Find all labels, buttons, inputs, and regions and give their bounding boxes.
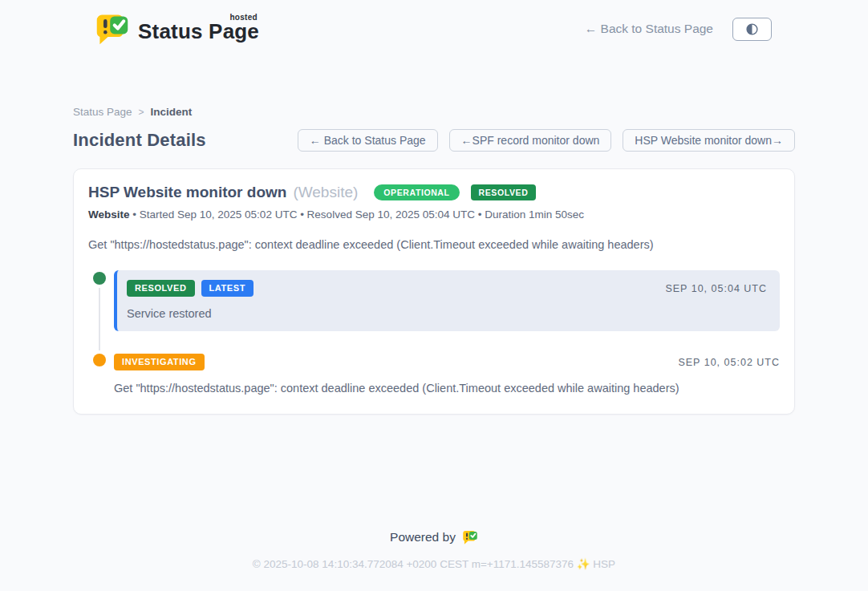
status-page-logo-icon <box>95 11 130 47</box>
theme-toggle-button[interactable] <box>732 18 772 41</box>
timeline-badge-latest: LATEST <box>201 280 254 297</box>
timeline-timestamp: SEP 10, 05:04 UTC <box>665 283 767 294</box>
incident-title: HSP Website monitor down <box>88 184 286 201</box>
powered-by-label: Powered by <box>390 530 456 544</box>
incident-meta-details: • Started Sep 10, 2025 05:02 UTC • Resol… <box>132 208 584 221</box>
breadcrumb-status-page[interactable]: Status Page <box>73 106 132 118</box>
brand-name: Status Page <box>138 19 259 44</box>
prev-incident-button[interactable]: ←SPF record monitor down <box>449 129 612 152</box>
timeline-timestamp: SEP 10, 05:02 UTC <box>678 357 780 368</box>
next-incident-button[interactable]: HSP Website monitor down→ <box>623 129 795 152</box>
timeline-dot-green <box>93 272 106 285</box>
incident-card: HSP Website monitor down (Website) OPERA… <box>73 168 795 415</box>
footer: Powered by © 2025-10-08 14:10:34.772084 … <box>0 513 868 591</box>
incident-meta: Website • Started Sep 10, 2025 05:02 UTC… <box>88 208 780 221</box>
incident-nav-buttons: ← Back to Status Page ←SPF record monito… <box>298 129 795 152</box>
page-title: Incident Details <box>73 130 206 151</box>
status-page-logo-icon-small <box>462 529 478 545</box>
back-to-status-page-link[interactable]: ← Back to Status Page <box>585 22 713 36</box>
back-to-status-page-button[interactable]: ← Back to Status Page <box>298 129 438 152</box>
timeline-latest-update-box: RESOLVED LATEST SEP 10, 05:04 UTC Servic… <box>114 270 780 331</box>
breadcrumb-incident: Incident <box>151 106 193 118</box>
circle-half-icon <box>745 22 759 36</box>
brand-logo[interactable]: hosted Status Page <box>95 11 259 47</box>
main-content: Status Page > Incident Incident Details … <box>73 106 795 415</box>
copyright-text: © 2025-10-08 14:10:34.772084 +0200 CEST … <box>0 557 868 570</box>
status-badge-resolved: RESOLVED <box>471 184 537 201</box>
status-badge-operational: OPERATIONAL <box>374 184 459 201</box>
timeline-badge-investigating: INVESTIGATING <box>114 354 205 370</box>
timeline-entry-resolved: RESOLVED LATEST SEP 10, 05:04 UTC Servic… <box>88 270 780 331</box>
incident-timeline: RESOLVED LATEST SEP 10, 05:04 UTC Servic… <box>88 270 780 395</box>
incident-description: Get "https://hostedstatus.page": context… <box>88 238 780 251</box>
timeline-dot-orange <box>93 354 106 366</box>
breadcrumb: Status Page > Incident <box>73 106 795 118</box>
timeline-entry-investigating: INVESTIGATING SEP 10, 05:02 UTC Get "htt… <box>88 352 780 395</box>
incident-service: Website <box>88 208 130 221</box>
incident-scope: (Website) <box>293 184 358 201</box>
header: hosted Status Page ← Back to Status Page <box>0 0 868 55</box>
timeline-badge-resolved: RESOLVED <box>127 280 195 297</box>
timeline-message: Get "https://hostedstatus.page": context… <box>114 382 780 395</box>
breadcrumb-separator: > <box>139 107 144 118</box>
timeline-message: Service restored <box>127 307 767 320</box>
powered-by[interactable]: Powered by <box>0 529 868 545</box>
